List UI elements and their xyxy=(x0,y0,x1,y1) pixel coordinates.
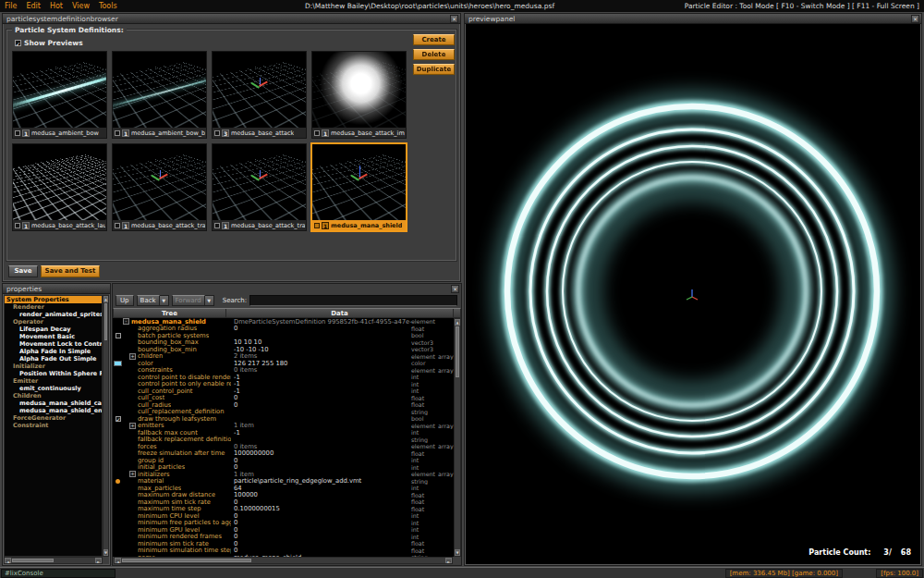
back-dropdown[interactable]: Back ▼ xyxy=(137,295,169,306)
save-and-test-button[interactable]: Save and Test xyxy=(41,265,100,277)
properties-tree-item[interactable]: emit_continuously xyxy=(5,385,102,392)
close-icon[interactable]: ✕ xyxy=(450,15,458,23)
properties-tree-item[interactable]: Initializer xyxy=(5,363,102,370)
menu-hot[interactable]: Hot xyxy=(50,2,63,10)
properties-tree-item[interactable]: Renderer xyxy=(5,303,102,311)
thumbnail-checkbox[interactable] xyxy=(314,130,320,136)
scroll-left-icon[interactable]: ◄ xyxy=(115,558,121,563)
editor-horizontal-scrollbar[interactable]: ◄ ► xyxy=(114,557,453,564)
menu-tools[interactable]: Tools xyxy=(99,2,117,10)
thumbnail-medusa_ambient_bow[interactable]: 1medusa_ambient_bow xyxy=(12,51,107,139)
properties-tree-item[interactable]: Position Within Sphere Rand xyxy=(5,370,102,377)
editor-toolbar: Up Back ▼ Forward ▼ Search: xyxy=(113,293,461,308)
attribute-type: int xyxy=(411,457,454,463)
thumbnail-image xyxy=(113,52,206,128)
editor-vertical-scrollbar[interactable]: ▲ ▼ xyxy=(454,318,461,557)
browser-title-bar: particlesystemdefinitionbrowser ✕ xyxy=(3,14,460,24)
thumbnail-medusa_base_attack_launch[interactable]: 1medusa_base_attack_launch xyxy=(12,143,107,231)
forward-dropdown[interactable]: Forward ▼ xyxy=(172,295,214,306)
attribute-value[interactable]: -1 xyxy=(231,429,411,437)
thumbnail-medusa_mana_shield[interactable]: 1medusa_mana_shield xyxy=(311,143,407,231)
bool-checkbox[interactable]: ✓ xyxy=(116,416,121,422)
thumbnail-medusa_base_attack_trail[interactable]: 1medusa_base_attack_trail xyxy=(112,143,207,231)
up-button[interactable]: Up xyxy=(116,295,134,306)
properties-tree-item[interactable]: Operator xyxy=(5,318,102,326)
properties-tree-item[interactable]: medusa_mana_shield_end xyxy=(5,407,102,414)
thumbnail-checkbox[interactable] xyxy=(115,223,120,228)
thumbnail-medusa_base_attack[interactable]: 3medusa_base_attack xyxy=(212,51,307,139)
attribute-type: float xyxy=(411,498,454,505)
thumbnail-checkbox[interactable] xyxy=(214,223,220,228)
editor-rows: -medusa_mana_shieldDmeParticleSystemDefi… xyxy=(113,318,454,557)
header-spacer xyxy=(453,309,460,317)
scroll-right-icon[interactable]: ► xyxy=(95,558,102,563)
console-status[interactable]: #lixConsole xyxy=(1,569,116,578)
menu-view[interactable]: View xyxy=(72,2,90,10)
expand-icon[interactable]: + xyxy=(129,423,136,429)
properties-tree-item[interactable]: Constraint xyxy=(5,422,102,429)
bool-checkbox[interactable] xyxy=(116,333,121,338)
properties-tree-item[interactable]: System Properties xyxy=(5,296,102,303)
create-button[interactable]: Create xyxy=(413,34,455,45)
close-icon[interactable]: ✕ xyxy=(451,285,459,293)
scroll-thumb[interactable] xyxy=(104,303,107,340)
delete-button[interactable]: Delete xyxy=(413,49,455,60)
chevron-down-icon[interactable]: ▼ xyxy=(205,295,214,306)
scroll-thumb[interactable] xyxy=(122,559,251,562)
properties-tree-item[interactable]: Emitter xyxy=(5,377,102,385)
properties-tree-item[interactable]: ForceGenerator xyxy=(5,414,102,422)
scroll-up-icon[interactable]: ▲ xyxy=(103,296,108,302)
properties-tree-item[interactable]: Alpha Fade In Simple xyxy=(5,348,102,355)
thumbnail-medusa_base_attack_trail_thin[interactable]: 1medusa_base_attack_trail_thin xyxy=(212,143,307,231)
collapse-icon[interactable]: - xyxy=(123,318,129,325)
thumbnail-checkbox[interactable] xyxy=(115,130,120,136)
attribute-value[interactable]: 0 xyxy=(231,401,411,409)
attribute-type: string xyxy=(411,409,454,415)
browser-title: particlesystemdefinitionbrowser xyxy=(6,15,118,23)
scroll-thumb[interactable] xyxy=(456,326,459,377)
save-button[interactable]: Save xyxy=(8,265,38,277)
properties-horizontal-scrollbar[interactable]: ◄ ► xyxy=(4,557,103,564)
expand-icon[interactable]: + xyxy=(129,353,136,360)
scroll-right-icon[interactable]: ► xyxy=(445,558,452,563)
properties-tree-item[interactable]: Alpha Fade Out Simple xyxy=(5,355,102,363)
menu-file[interactable]: File xyxy=(5,2,17,10)
tree-column-header[interactable]: Tree xyxy=(114,309,226,317)
expand-icon[interactable]: + xyxy=(129,471,136,477)
chevron-down-icon[interactable]: ▼ xyxy=(160,295,169,306)
scroll-up-icon[interactable]: ▲ xyxy=(455,319,460,326)
properties-tree-item[interactable]: Children xyxy=(5,392,102,400)
thumbnail-label: medusa_base_attack_impact xyxy=(331,129,405,137)
thumbnail-image xyxy=(13,144,106,220)
menu-edit[interactable]: Edit xyxy=(26,2,41,10)
properties-tree-item[interactable]: medusa_mana_shield_cast xyxy=(5,400,102,407)
thumbnail-caption: 3medusa_base_attack xyxy=(213,128,306,138)
duplicate-button[interactable]: Duplicate xyxy=(413,64,455,75)
properties-tree-item[interactable]: Lifespan Decay xyxy=(5,326,102,333)
effect-graphic xyxy=(13,52,106,128)
color-swatch[interactable] xyxy=(114,361,122,366)
attribute-type: bool xyxy=(411,332,454,338)
search-input[interactable] xyxy=(249,295,457,306)
attribute-type: float xyxy=(411,506,454,512)
data-column-header[interactable]: Data xyxy=(226,309,453,317)
scroll-down-icon[interactable]: ▼ xyxy=(455,549,460,556)
properties-tree-item[interactable]: Movement Lock to Control P xyxy=(5,340,102,348)
close-icon[interactable]: ✕ xyxy=(911,15,919,23)
show-previews-checkbox[interactable]: ✓ xyxy=(15,40,21,46)
scroll-thumb[interactable] xyxy=(12,559,54,562)
properties-vertical-scrollbar[interactable]: ▲ ▼ xyxy=(103,295,109,557)
thumbnail-checkbox[interactable] xyxy=(214,130,220,136)
thumbnail-medusa_base_attack_impact[interactable]: 1medusa_base_attack_impact xyxy=(311,51,407,139)
attribute-value[interactable]: 0 xyxy=(231,325,411,332)
thumbnail-checkbox[interactable] xyxy=(15,130,20,136)
preview-viewport[interactable]: Particle Count:3/68 xyxy=(466,25,920,564)
properties-title-bar: properties xyxy=(3,284,110,294)
thumbnail-checkbox[interactable] xyxy=(15,223,20,228)
properties-tree-item[interactable]: Movement Basic xyxy=(5,333,102,340)
thumbnail-medusa_ambient_bow_bot[interactable]: 1medusa_ambient_bow_bot xyxy=(112,51,207,139)
scroll-down-icon[interactable]: ▼ xyxy=(103,549,108,556)
thumbnail-checkbox[interactable] xyxy=(314,223,320,228)
scroll-left-icon[interactable]: ◄ xyxy=(5,558,11,563)
properties-tree-item[interactable]: render_animated_sprites xyxy=(5,311,102,318)
